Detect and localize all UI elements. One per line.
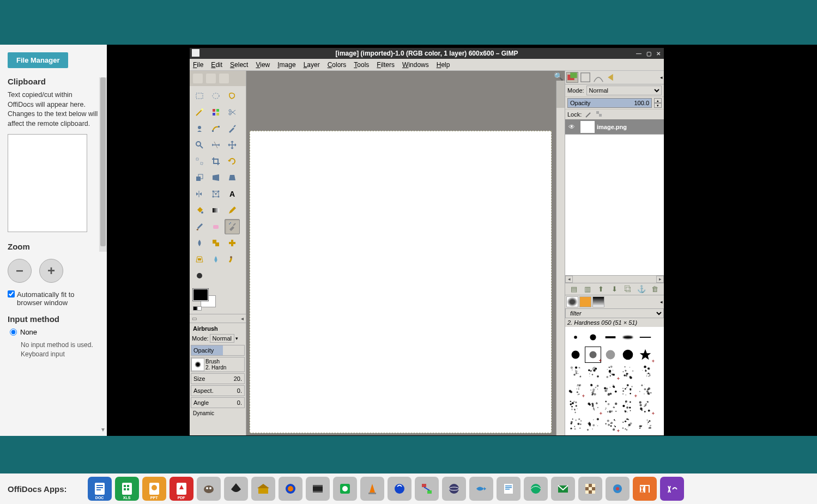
brush-preview-icon[interactable] xyxy=(191,358,204,371)
brush-swatch[interactable] xyxy=(637,381,653,398)
close-icon[interactable]: ✕ xyxy=(655,51,662,57)
toolbox-tab-icon[interactable] xyxy=(219,74,229,83)
tool-heal-icon[interactable] xyxy=(225,235,240,251)
delete-layer-icon[interactable]: 🗑 xyxy=(651,285,659,293)
toolbox-menu-icon[interactable]: ◂ xyxy=(241,315,244,321)
layer-group-icon[interactable]: ▥ xyxy=(583,285,592,293)
raise-layer-icon[interactable]: ⬆ xyxy=(597,285,606,293)
tool-cage-icon[interactable] xyxy=(208,186,223,202)
toolbox-tab-icon[interactable] xyxy=(206,74,216,83)
tool-zoom-icon[interactable] xyxy=(192,137,207,153)
lock-alpha-icon[interactable] xyxy=(596,111,603,118)
channels-tab-icon[interactable] xyxy=(579,72,591,83)
undo-tab-icon[interactable] xyxy=(606,72,618,83)
brush-swatch[interactable] xyxy=(637,416,653,433)
brush-swatch[interactable] xyxy=(637,364,653,380)
app-gimp-icon[interactable] xyxy=(197,477,221,501)
autofit-checkbox[interactable] xyxy=(8,290,15,297)
app-video-icon[interactable] xyxy=(633,477,657,501)
tool-smudge-icon[interactable] xyxy=(225,252,240,267)
app-clementine-icon[interactable] xyxy=(388,477,411,501)
brush-swatch[interactable] xyxy=(567,416,584,433)
brush-swatch[interactable] xyxy=(620,347,636,363)
layer-scroll-left-icon[interactable]: ◂ xyxy=(565,276,573,283)
app-xls-icon[interactable]: XLS xyxy=(115,477,139,501)
tool-blur-icon[interactable] xyxy=(208,252,223,267)
opacity-up-icon[interactable]: ▴ xyxy=(654,98,662,103)
paths-tab-icon[interactable] xyxy=(592,72,604,83)
brush-swatch[interactable] xyxy=(602,399,619,415)
navigator-icon[interactable]: 🔍 xyxy=(554,72,562,81)
brush-swatch[interactable]: + xyxy=(637,399,653,415)
sidebar-scroll-down-icon[interactable]: ▼ xyxy=(100,427,106,433)
patterns-tab-icon[interactable] xyxy=(579,296,591,307)
brush-swatch[interactable] xyxy=(585,329,601,345)
gimp-titlebar[interactable]: [image] (imported)-1.0 (RGB color, 1 lay… xyxy=(190,48,664,59)
app-ppt-icon[interactable]: PPT xyxy=(142,477,166,501)
gimp-canvas[interactable] xyxy=(250,131,552,433)
maximize-icon[interactable]: ▢ xyxy=(645,51,652,57)
tool-measure-icon[interactable] xyxy=(208,137,223,153)
duplicate-layer-icon[interactable]: ⿻ xyxy=(624,285,632,293)
app-pdf-icon[interactable]: PDF xyxy=(170,477,193,501)
angle-field[interactable]: Angle0. xyxy=(191,397,245,408)
tool-text-icon[interactable]: A xyxy=(225,186,240,202)
tool-by-color-select-icon[interactable] xyxy=(208,105,223,120)
app-audio-icon[interactable] xyxy=(660,477,684,501)
canvas-scrollbar-vertical[interactable] xyxy=(556,81,565,435)
brush-swatch[interactable]: + xyxy=(602,364,619,380)
app-chess-icon[interactable] xyxy=(578,477,602,501)
tool-foreground-select-icon[interactable] xyxy=(192,121,207,136)
app-audacity-icon[interactable] xyxy=(279,477,302,501)
brush-swatch[interactable] xyxy=(585,416,601,433)
tool-scissors-icon[interactable] xyxy=(225,105,240,120)
tool-scale-icon[interactable] xyxy=(192,170,207,185)
app-vlc-icon[interactable] xyxy=(360,477,384,501)
brush-swatch[interactable] xyxy=(602,381,619,398)
tool-fuzzy-select-icon[interactable] xyxy=(192,105,207,120)
tool-color-picker-icon[interactable] xyxy=(225,121,240,136)
brush-dock-menu-icon[interactable]: ◂ xyxy=(660,299,663,305)
brush-swatch[interactable] xyxy=(585,364,601,380)
layer-visibility-icon[interactable]: 👁 xyxy=(565,123,578,131)
tool-perspective-clone-icon[interactable] xyxy=(192,252,207,267)
tool-ellipse-select-icon[interactable] xyxy=(208,88,223,104)
brush-swatch[interactable] xyxy=(602,329,619,345)
brush-swatch[interactable] xyxy=(567,434,584,436)
tool-crop-icon[interactable] xyxy=(208,154,223,169)
brushes-tab-icon[interactable] xyxy=(566,296,578,307)
toolbox-config-icon[interactable]: ▭ xyxy=(192,315,197,321)
input-none-radio[interactable] xyxy=(10,329,17,336)
menu-windows[interactable]: Windows xyxy=(402,61,429,69)
menu-edit[interactable]: Edit xyxy=(211,61,222,69)
size-field[interactable]: Size20. xyxy=(191,373,245,384)
brush-swatch[interactable] xyxy=(585,434,601,436)
menu-image[interactable]: Image xyxy=(277,61,295,69)
new-layer-icon[interactable]: ▤ xyxy=(570,285,578,293)
mode-dropdown[interactable]: Normal xyxy=(210,334,234,343)
app-lmms-icon[interactable] xyxy=(333,477,357,501)
menu-filters[interactable]: Filters xyxy=(377,61,395,69)
tool-move-icon[interactable] xyxy=(225,137,240,153)
brush-swatch[interactable] xyxy=(567,329,584,345)
layer-name[interactable]: image.png xyxy=(597,124,627,130)
sidebar-scrollbar[interactable] xyxy=(99,77,107,252)
brush-swatch[interactable]: + xyxy=(585,399,601,415)
brush-swatch[interactable]: + xyxy=(620,381,636,398)
menu-help[interactable]: Help xyxy=(437,61,450,69)
zoom-out-button[interactable]: − xyxy=(8,259,32,283)
toolbox-tab-icon[interactable] xyxy=(193,74,203,83)
tool-dodge-icon[interactable] xyxy=(192,268,207,283)
gimp-canvas-area[interactable]: 🔍 xyxy=(246,71,565,435)
minimize-icon[interactable]: — xyxy=(636,51,642,57)
tool-rotate-icon[interactable] xyxy=(225,154,240,169)
layer-row[interactable]: 👁 image.png xyxy=(565,119,664,135)
brush-swatch[interactable] xyxy=(567,364,584,380)
menu-file[interactable]: File xyxy=(193,61,203,69)
app-openshot-icon[interactable] xyxy=(306,477,330,501)
tool-flip-icon[interactable] xyxy=(192,186,207,202)
app-sweethome-icon[interactable] xyxy=(251,477,275,501)
tool-perspective-icon[interactable] xyxy=(225,170,240,185)
app-mail-icon[interactable] xyxy=(551,477,575,501)
tool-paths-icon[interactable] xyxy=(208,121,223,136)
